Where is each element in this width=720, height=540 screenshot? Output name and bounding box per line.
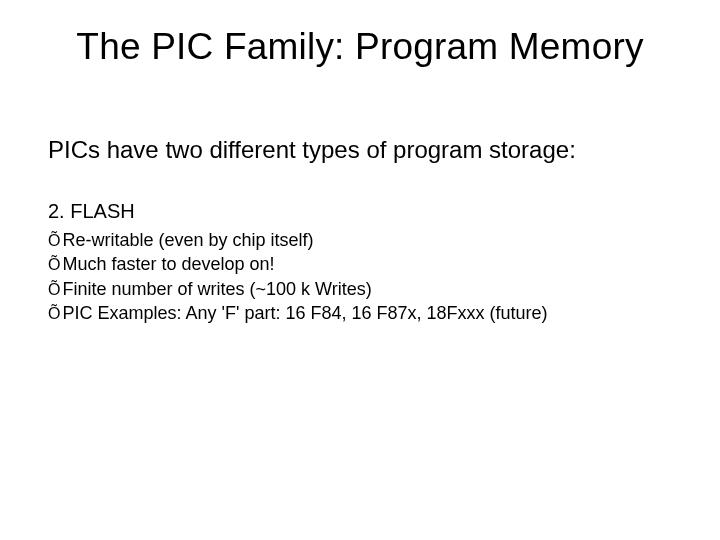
list-item: Õ Much faster to develop on!: [48, 252, 548, 276]
list-item: Õ Re-writable (even by chip itself): [48, 228, 548, 252]
bullet-icon: Õ: [48, 254, 60, 276]
bullet-text: Re-writable (even by chip itself): [62, 228, 313, 252]
list-item: Õ Finite number of writes (~100 k Writes…: [48, 277, 548, 301]
bullet-list: Õ Re-writable (even by chip itself) Õ Mu…: [48, 228, 548, 325]
slide: The PIC Family: Program Memory PICs have…: [0, 0, 720, 540]
bullet-text: PIC Examples: Any 'F' part: 16 F84, 16 F…: [62, 301, 547, 325]
list-item: Õ PIC Examples: Any 'F' part: 16 F84, 16…: [48, 301, 548, 325]
bullet-icon: Õ: [48, 230, 60, 252]
section-heading: 2. FLASH: [48, 200, 135, 223]
bullet-icon: Õ: [48, 279, 60, 301]
slide-subtitle: PICs have two different types of program…: [48, 136, 576, 164]
slide-title: The PIC Family: Program Memory: [0, 26, 720, 68]
bullet-text: Much faster to develop on!: [62, 252, 274, 276]
bullet-text: Finite number of writes (~100 k Writes): [62, 277, 371, 301]
bullet-icon: Õ: [48, 303, 60, 325]
